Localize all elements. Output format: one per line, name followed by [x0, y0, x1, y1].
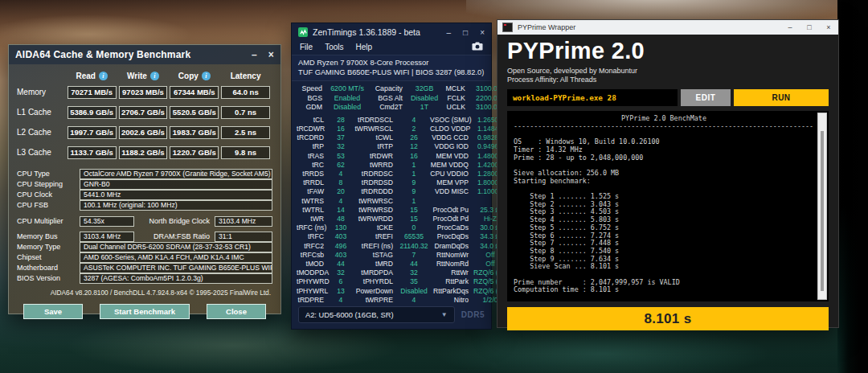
- cpu-multiplier-value: 54.35x: [80, 216, 134, 227]
- scrollbar-thumb[interactable]: [821, 131, 824, 291]
- menu-file[interactable]: File: [300, 43, 313, 51]
- screenshot-camera-icon[interactable]: [472, 42, 483, 52]
- minimize-icon[interactable]: –: [780, 20, 800, 35]
- console-line: Starting benchmark:: [514, 178, 814, 186]
- info-icon[interactable]: i: [202, 72, 211, 80]
- benchmark-row-label: L3 Cache: [17, 148, 68, 157]
- info-icon[interactable]: i: [150, 72, 159, 80]
- info-row: CPU SteppingGNR-B0: [17, 179, 272, 189]
- timing-label: tWTRL: [297, 206, 329, 215]
- timing-value: 9: [398, 187, 430, 196]
- start-benchmark-button[interactable]: Start Benchmark: [100, 304, 190, 319]
- memory-bus-label: Memory Bus: [17, 232, 80, 240]
- pyprime-window-title: PYPrime Wrapper: [518, 23, 575, 31]
- timing-value: 32GB: [407, 84, 441, 94]
- console-line: Step 5 ....... 6.752 s: [514, 224, 814, 232]
- maximize-icon[interactable]: □: [463, 28, 468, 37]
- timing-label: tRDRDSC: [353, 170, 398, 178]
- pyprime-window: PYPrime Wrapper – □ × PYPrime 2.0 Open S…: [497, 19, 839, 328]
- benchmark-value: 64.0 ns: [221, 86, 270, 99]
- aida64-titlebar[interactable]: AIDA64 Cache & Memory Benchmark – ×: [9, 45, 280, 64]
- timing-value: 4: [398, 296, 430, 305]
- aida64-button-bar: Save Start Benchmark Close: [23, 304, 266, 319]
- info-label: Motherboard: [17, 264, 80, 272]
- timing-label: tWRWRSD: [353, 206, 398, 215]
- timing-label: tSTAG: [353, 251, 398, 260]
- console-line: Step 4 ....... 5.803 s: [514, 216, 814, 224]
- timing-label: GDM: [297, 103, 327, 113]
- benchmark-row: L1 Cache5386.9 GB/s2706.7 GB/s5520.5 GB/…: [17, 102, 272, 122]
- timing-value: 496: [329, 242, 353, 251]
- close-icon[interactable]: ×: [268, 49, 274, 60]
- timing-label: VDD MISC: [430, 187, 473, 196]
- dimm-select-value: A2: UD5-6000 (16GB, SR): [305, 311, 394, 319]
- benchmark-row-label: L2 Cache: [17, 128, 68, 137]
- timing-label: ProcOdt Pu: [430, 206, 473, 215]
- timing-label: tREFI: [353, 232, 398, 241]
- close-icon[interactable]: ×: [819, 20, 838, 35]
- aida64-window-title: AIDA64 Cache & Memory Benchmark: [15, 49, 190, 60]
- info-label: CPU FSB: [17, 201, 80, 209]
- close-button[interactable]: Close: [207, 304, 266, 319]
- zentimings-bottom-bar: A2: UD5-6000 (16GB, SR) ▼ DDR5: [298, 306, 485, 323]
- console-line: OS : Windows 10, Build 10.0.26100: [514, 138, 814, 146]
- cpu-multiplier-label: CPU Multiplier: [17, 217, 80, 225]
- close-icon[interactable]: ×: [480, 28, 485, 37]
- benchmark-value: 1188.2 GB/s: [119, 146, 168, 159]
- menu-tools[interactable]: Tools: [325, 43, 343, 51]
- timing-value: Disabled: [398, 287, 430, 296]
- zentimings-window: ZenTimings 1.36.1889 - beta – □ × File T…: [291, 23, 492, 330]
- timing-value: 28: [329, 116, 353, 125]
- benchmark-value: 1983.7 GB/s: [170, 126, 219, 139]
- minimize-icon[interactable]: –: [252, 49, 257, 60]
- board-info-section: Memory TypeDual Channel DDR5-6200 SDRAM …: [17, 242, 272, 283]
- timing-label: tWTRS: [297, 197, 329, 206]
- timing-label: BGS: [297, 94, 327, 104]
- timing-value: 32: [329, 142, 353, 151]
- timing-value: 53: [329, 152, 353, 161]
- timing-value: Disabled: [327, 103, 367, 113]
- timing-value: 1T: [407, 103, 441, 113]
- edit-button[interactable]: EDIT: [681, 89, 731, 106]
- console-scrollbar[interactable]: [817, 113, 827, 300]
- timing-label: tMRDPDA: [353, 268, 398, 277]
- info-value: 100.1 MHz (original: 100 MHz): [80, 200, 272, 211]
- timing-label: Speed: [297, 84, 327, 94]
- dimm-select-dropdown[interactable]: A2: UD5-6000 (16GB, SR) ▼: [298, 306, 455, 323]
- save-button[interactable]: Save: [23, 304, 83, 319]
- benchmark-value: 70271 MB/s: [68, 86, 117, 99]
- system-info-section: CPU TypeOctalCore AMD Ryzen 7 9700X (Gra…: [17, 169, 272, 210]
- zentimings-titlebar[interactable]: ZenTimings 1.36.1889 - beta – □ ×: [292, 23, 491, 41]
- timing-label: tWRWRSC: [353, 197, 398, 206]
- console-line: Step 8 ....... 7.540 s: [514, 248, 814, 256]
- info-label: CPU Type: [17, 170, 80, 178]
- console-line: [514, 162, 814, 170]
- info-row: ChipsetAMD 600-Series, AMD K1A.4 FCH, AM…: [17, 252, 272, 262]
- info-row: CPU FSB100.1 MHz (original: 100 MHz): [17, 200, 272, 210]
- maximize-icon[interactable]: □: [800, 20, 819, 35]
- timing-label: tRDWR: [353, 152, 398, 161]
- clock-section: CPU Multiplier 54.35x North Bridge Clock…: [17, 216, 272, 241]
- timing-value: 403: [329, 251, 353, 260]
- column-copy: Copy: [178, 72, 199, 80]
- benchmark-value: 1220.7 GB/s: [170, 146, 219, 159]
- timing-value: Enabled: [327, 94, 367, 104]
- timing-label: tPHYRDL: [353, 277, 398, 286]
- menu-help[interactable]: Help: [355, 43, 372, 51]
- timing-label: UCLK: [441, 103, 470, 113]
- benchmark-row-label: Memory: [17, 88, 68, 96]
- timing-label: FCLK: [441, 94, 470, 104]
- dram-fsb-ratio-label: DRAM:FSB Ratio: [134, 232, 215, 240]
- timing-label: tPHYWRL: [297, 287, 329, 296]
- run-button[interactable]: RUN: [734, 89, 829, 106]
- timing-label: tRRDL: [297, 178, 329, 187]
- info-icon[interactable]: i: [99, 72, 108, 80]
- result-time-bar: 8.101 s: [507, 307, 829, 330]
- timing-label: CLDO VDDP: [430, 125, 473, 133]
- pyprime-titlebar[interactable]: PYPrime Wrapper – □ ×: [497, 20, 838, 35]
- north-bridge-clock-label: North Bridge Clock: [134, 217, 215, 225]
- workload-command-input[interactable]: workload-PYPrime.exe 28: [507, 89, 678, 106]
- benchmark-row: Memory70271 MB/s97023 MB/s67344 MB/s64.0…: [17, 82, 272, 102]
- timing-value: 32: [329, 268, 353, 277]
- minimize-icon[interactable]: –: [447, 28, 452, 37]
